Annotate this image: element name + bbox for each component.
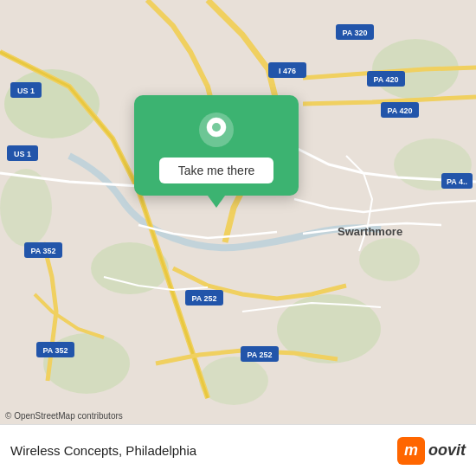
svg-text:PA 252: PA 252: [191, 294, 216, 303]
svg-text:PA 252: PA 252: [247, 351, 272, 359]
svg-text:PA 4..: PA 4..: [447, 177, 467, 186]
pin-icon: [197, 111, 235, 149]
take-me-there-button[interactable]: Take me there: [159, 158, 274, 183]
svg-text:Swarthmore: Swarthmore: [338, 225, 402, 238]
location-popup: Take me there: [134, 95, 299, 196]
svg-text:PA 352: PA 352: [30, 247, 55, 255]
svg-text:US 1: US 1: [14, 150, 31, 158]
moovit-logo: m oovit: [397, 437, 466, 465]
attribution-text: © OpenStreetMap contributors: [5, 411, 123, 421]
map-background: US 1 US 1 I 476 PA 320 PA 420 PA 420 PA …: [0, 0, 476, 424]
moovit-m-letter: m: [397, 437, 425, 465]
svg-point-7: [359, 238, 420, 281]
map-container: US 1 US 1 I 476 PA 320 PA 420 PA 420 PA …: [0, 0, 476, 424]
svg-point-6: [199, 357, 268, 405]
svg-text:PA 320: PA 320: [342, 29, 367, 37]
bottom-bar: Wireless Concepts, Philadelphia m oovit: [0, 424, 476, 476]
svg-text:US 1: US 1: [17, 87, 35, 95]
moovit-text: oovit: [428, 441, 466, 460]
location-name: Wireless Concepts, Philadelphia: [10, 443, 397, 458]
svg-text:I 476: I 476: [279, 67, 296, 75]
svg-text:PA 352: PA 352: [42, 346, 68, 355]
svg-point-8: [0, 169, 52, 247]
svg-text:PA 420: PA 420: [373, 75, 398, 84]
svg-text:PA 420: PA 420: [387, 106, 412, 115]
